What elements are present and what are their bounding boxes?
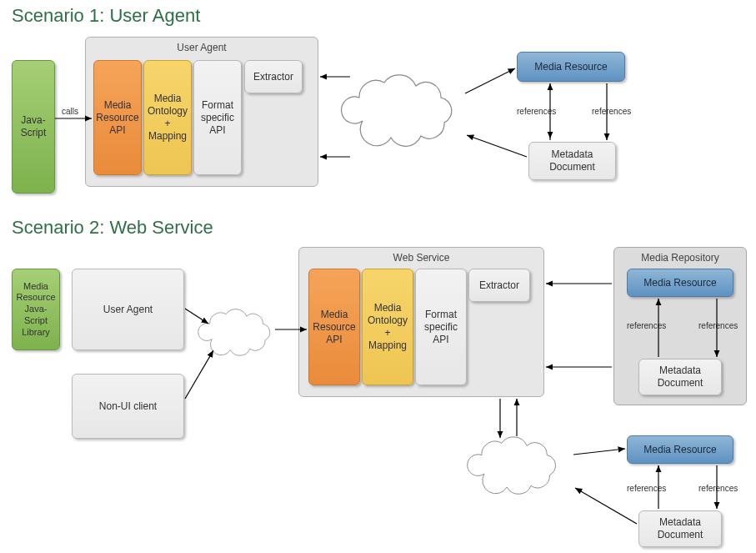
s2-non-ui-client-box: Non-UI client: [72, 374, 184, 439]
svg-line-16: [575, 488, 637, 524]
scenario1-title: Scenario 1: User Agent: [12, 5, 200, 27]
s1-media-resource: Media Resource: [517, 52, 625, 82]
s2-user-agent-box: User Agent: [72, 269, 184, 350]
s1-media-ontology-mapping: Media Ontology + Mapping: [143, 60, 192, 175]
s2-ref-repo-right: references: [698, 321, 738, 330]
s1-metadata-document: Metadata Document: [528, 142, 616, 180]
scenario2-title: Scenario 2: Web Service: [12, 217, 213, 239]
svg-line-8: [185, 309, 208, 324]
s2-js-library-box: Media Resource Java- Script Library: [12, 269, 60, 350]
s1-calls-label: calls: [62, 107, 78, 116]
s1-media-resource-api: Media Resource API: [93, 60, 142, 175]
s2-media-resource-api: Media Resource API: [308, 269, 360, 385]
s1-format-specific-api: Format specific API: [193, 60, 242, 175]
s2-web-service-panel-label: Web Service: [298, 252, 544, 264]
svg-line-4: [467, 135, 527, 157]
s2-format-specific-api: Format specific API: [415, 269, 467, 385]
s2-ref-free-left: references: [627, 484, 666, 493]
s2-metadata-document-free: Metadata Document: [638, 510, 722, 547]
s1-javascript-box: Java- Script: [12, 60, 55, 194]
svg-line-3: [465, 68, 515, 93]
s2-media-ontology-mapping: Media Ontology + Mapping: [362, 269, 413, 385]
s2-media-resource-repo: Media Resource: [627, 269, 733, 297]
s2-media-repository-panel-label: Media Repository: [613, 252, 747, 264]
svg-line-9: [185, 350, 213, 399]
s1-user-agent-panel-label: User Agent: [85, 42, 318, 53]
s1-ref-right: references: [592, 107, 631, 116]
s2-extractor: Extractor: [468, 269, 530, 302]
s2-ref-repo-left: references: [627, 321, 666, 330]
s2-ref-free-right: references: [698, 484, 738, 493]
s1-ref-left: references: [517, 107, 556, 116]
svg-line-15: [573, 449, 625, 455]
s1-extractor: Extractor: [244, 60, 303, 93]
s2-metadata-document-repo: Metadata Document: [638, 359, 722, 395]
s2-media-resource-free: Media Resource: [627, 435, 733, 464]
